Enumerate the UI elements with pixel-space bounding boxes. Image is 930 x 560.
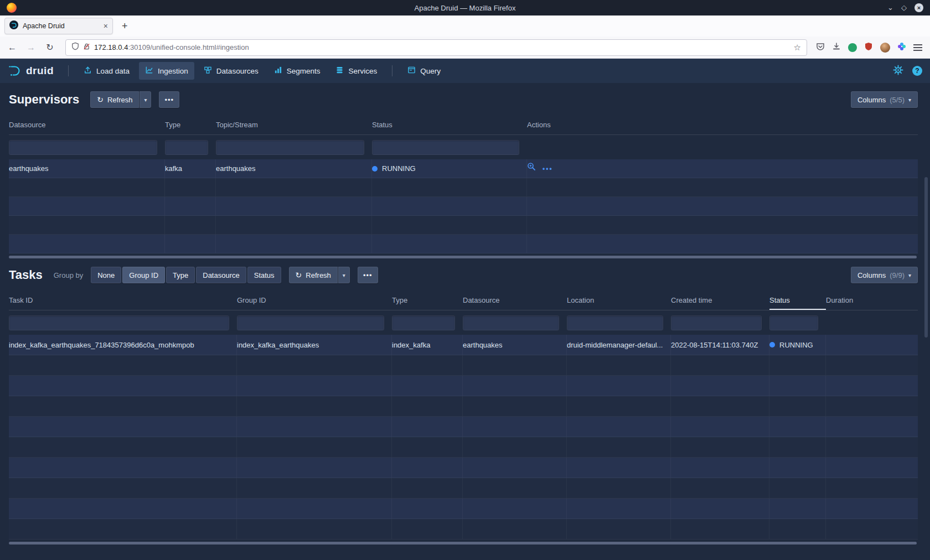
- cell-created-time[interactable]: 2022-08-15T14:11:03.740Z: [671, 335, 769, 355]
- nav-item-load-data[interactable]: Load data: [78, 62, 136, 80]
- supervisors-refresh-button[interactable]: ↻ Refresh: [90, 91, 139, 108]
- filter-input-task-id[interactable]: [9, 315, 229, 330]
- window-close-button[interactable]: ×: [914, 3, 923, 12]
- columns-count: (5/5): [890, 96, 905, 104]
- back-button[interactable]: ←: [6, 43, 19, 53]
- bookmark-star-icon[interactable]: ☆: [794, 43, 801, 53]
- empty-cell: [463, 458, 567, 478]
- filter-input-type[interactable]: [392, 315, 455, 330]
- col-header-datasource[interactable]: Datasource: [463, 291, 567, 310]
- col-header-location[interactable]: Location: [567, 291, 671, 310]
- cell-task-id[interactable]: index_kafka_earthquakes_7184357396d6c0a_…: [9, 335, 237, 355]
- extension-green-icon[interactable]: [848, 43, 857, 52]
- filter-input-location[interactable]: [567, 315, 663, 330]
- group-by-type-button[interactable]: Type: [166, 267, 195, 283]
- profile-avatar-icon[interactable]: [880, 43, 890, 53]
- downloads-icon[interactable]: [832, 42, 841, 53]
- empty-cell: [463, 519, 567, 539]
- tasks-horizontal-scrollbar[interactable]: [9, 542, 917, 545]
- col-header-group-id[interactable]: Group ID: [237, 291, 392, 310]
- ublock-icon[interactable]: [864, 42, 873, 53]
- empty-cell: [826, 417, 918, 437]
- cell-type[interactable]: kafka: [165, 159, 216, 178]
- filter-input-type[interactable]: [165, 140, 208, 155]
- filter-input-datasource[interactable]: [9, 140, 157, 155]
- row-more-actions-icon[interactable]: •••: [542, 159, 553, 178]
- col-header-datasource[interactable]: Datasource: [9, 115, 165, 134]
- nav-item-services[interactable]: Services: [329, 62, 383, 80]
- cell-duration[interactable]: [826, 335, 918, 355]
- filter-input-group-id[interactable]: [237, 315, 384, 330]
- window-maximize-button[interactable]: ◇: [901, 3, 907, 12]
- cell-datasource[interactable]: earthquakes: [9, 159, 165, 178]
- services-icon: [335, 66, 344, 76]
- segments-icon: [274, 66, 282, 76]
- settings-gear-icon[interactable]: [893, 65, 903, 77]
- cell-group-id[interactable]: index_kafka_earthquakes: [237, 335, 392, 355]
- window-minimize-button[interactable]: ⌄: [887, 3, 893, 12]
- col-header-status[interactable]: Status: [372, 115, 527, 134]
- insecure-lock-icon[interactable]: [83, 43, 90, 53]
- tab-close-icon[interactable]: ×: [104, 22, 108, 30]
- magnify-actions-icon[interactable]: [527, 159, 536, 178]
- help-icon[interactable]: ?: [912, 66, 922, 76]
- nav-item-datasources[interactable]: Datasources: [198, 62, 265, 80]
- tasks-refresh-button[interactable]: ↻ Refresh: [289, 267, 338, 283]
- datasources-icon: [204, 66, 212, 76]
- cell-status[interactable]: RUNNING: [372, 159, 527, 178]
- new-tab-button[interactable]: +: [117, 20, 132, 32]
- group-by-none-button[interactable]: None: [91, 267, 121, 283]
- empty-cell: [567, 396, 671, 416]
- supervisor-row-earthquakes[interactable]: earthquakes kafka earthquakes RUNNING ••…: [9, 159, 918, 178]
- empty-cell: [237, 478, 392, 498]
- col-header-topic-stream[interactable]: Topic/Stream: [216, 115, 372, 134]
- filter-input-status[interactable]: [372, 140, 519, 155]
- browser-tab-apache-druid[interactable]: Apache Druid ×: [4, 18, 113, 34]
- filter-input-datasource[interactable]: [463, 315, 559, 330]
- extension-pinwheel-icon[interactable]: [897, 42, 906, 53]
- reload-button[interactable]: ↻: [43, 42, 56, 53]
- group-by-group-id-button[interactable]: Group ID: [122, 267, 165, 283]
- cell-location[interactable]: druid-middlemanager-defaul...: [567, 335, 671, 355]
- tasks-columns-button[interactable]: Columns (9/9) ▾: [851, 267, 918, 283]
- chevron-down-icon: ▾: [908, 272, 911, 278]
- cell-topic[interactable]: earthquakes: [216, 159, 372, 178]
- task-row-index-kafka-earthquakes[interactable]: index_kafka_earthquakes_7184357396d6c0a_…: [9, 335, 918, 355]
- empty-cell: [463, 478, 567, 498]
- filter-input-status[interactable]: [769, 315, 818, 330]
- col-header-duration[interactable]: Duration: [826, 291, 918, 310]
- empty-cell: [671, 396, 769, 416]
- filter-input-topic-stream[interactable]: [216, 140, 364, 155]
- druid-logo[interactable]: druid: [8, 64, 54, 78]
- group-by-datasource-button[interactable]: Datasource: [196, 267, 246, 283]
- col-header-type[interactable]: Type: [165, 115, 216, 134]
- tasks-more-button[interactable]: •••: [358, 267, 378, 283]
- empty-row: [9, 437, 918, 458]
- nav-item-segments[interactable]: Segments: [268, 62, 327, 80]
- pocket-icon[interactable]: [816, 42, 825, 53]
- url-bar[interactable]: 172.18.0.4:30109/unified-console.html#in…: [65, 39, 807, 56]
- cell-datasource[interactable]: earthquakes: [463, 335, 567, 355]
- tracking-shield-icon[interactable]: [71, 42, 79, 53]
- tasks-refresh-caret-button[interactable]: ▾: [338, 267, 350, 283]
- filter-input-created-time[interactable]: [671, 315, 762, 330]
- empty-cell: [372, 216, 527, 234]
- supervisors-more-button[interactable]: •••: [159, 91, 179, 108]
- empty-cell: [826, 396, 918, 416]
- cell-type[interactable]: index_kafka: [392, 335, 463, 355]
- group-by-status-button[interactable]: Status: [247, 267, 281, 283]
- col-header-created-time[interactable]: Created time: [671, 291, 769, 310]
- nav-item-query[interactable]: Query: [401, 62, 447, 80]
- col-header-type[interactable]: Type: [392, 291, 463, 310]
- supervisors-columns-button[interactable]: Columns (5/5) ▾: [851, 91, 918, 108]
- forward-button[interactable]: →: [24, 43, 38, 53]
- vertical-scrollbar[interactable]: [924, 177, 928, 338]
- cell-status[interactable]: RUNNING: [769, 335, 826, 355]
- menu-icon[interactable]: [913, 44, 922, 51]
- col-header-task-id[interactable]: Task ID: [9, 291, 237, 310]
- empty-cell: [165, 178, 216, 196]
- nav-item-ingestion[interactable]: Ingestion: [139, 62, 194, 80]
- col-header-status[interactable]: Status: [769, 291, 826, 310]
- supervisors-refresh-caret-button[interactable]: ▾: [140, 91, 151, 108]
- empty-row: [9, 178, 918, 197]
